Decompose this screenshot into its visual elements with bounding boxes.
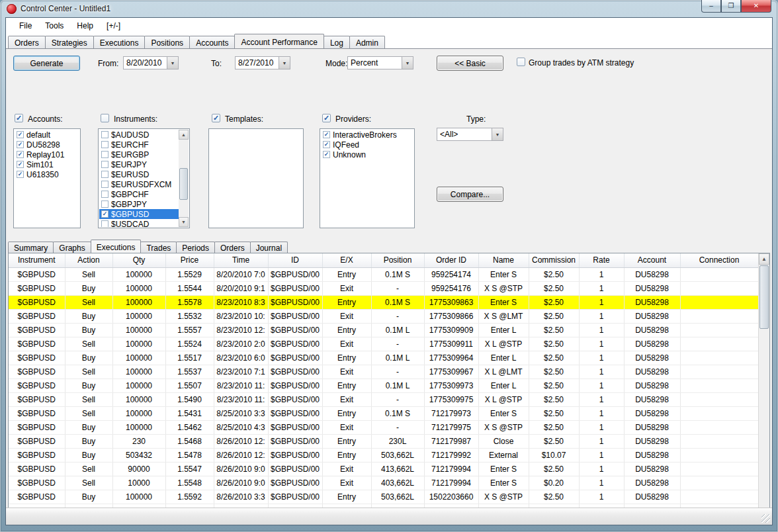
- item-checkbox[interactable]: [101, 181, 108, 188]
- basic-button[interactable]: << Basic: [437, 56, 503, 71]
- maximize-button[interactable]: ❐: [721, 0, 741, 13]
- item-checkbox[interactable]: ✓: [17, 151, 24, 158]
- table-row[interactable]: $GBPUSDBuy5034321.54788/26/2010 12:$GBPU…: [9, 448, 758, 462]
- instruments-scroll-thumb[interactable]: [179, 168, 188, 200]
- item-checkbox[interactable]: ✓: [323, 151, 330, 158]
- subtab-periods[interactable]: Periods: [176, 242, 215, 253]
- item-checkbox[interactable]: ✓: [17, 161, 24, 168]
- minimize-button[interactable]: –: [701, 0, 721, 13]
- item-checkbox[interactable]: [101, 141, 108, 148]
- subtab-orders[interactable]: Orders: [214, 242, 251, 253]
- item-checkbox[interactable]: ✓: [323, 131, 330, 138]
- table-row[interactable]: $GBPUSDBuy1000001.55578/23/2010 12:$GBPU…: [9, 323, 758, 337]
- list-item-replay101[interactable]: ✓Replay101: [15, 150, 79, 159]
- item-checkbox[interactable]: ✓: [17, 131, 24, 138]
- column-header-commission[interactable]: Commission: [529, 253, 579, 267]
- instruments-scrollbar[interactable]: ▲ ▼: [179, 130, 189, 227]
- list-item-eurusd[interactable]: $EURUSD: [99, 169, 179, 179]
- column-header-rate[interactable]: Rate: [579, 253, 624, 267]
- menu-item-file[interactable]: File: [13, 19, 38, 33]
- accounts-checkbox[interactable]: ✓: [15, 114, 23, 122]
- tab-account-performance[interactable]: Account Performance: [234, 34, 324, 48]
- column-header-e-x[interactable]: E/X: [322, 253, 371, 267]
- item-checkbox[interactable]: ✓: [17, 171, 24, 178]
- list-item-gbpchf[interactable]: $GBPCHF: [99, 189, 179, 199]
- instruments-scroll-down-icon[interactable]: ▼: [179, 217, 189, 227]
- column-header-position[interactable]: Position: [371, 253, 424, 267]
- list-item-iqfeed[interactable]: ✓IQFeed: [321, 140, 413, 150]
- subtab-journal[interactable]: Journal: [250, 242, 288, 253]
- accounts-list[interactable]: ✓default✓DU58298✓Replay101✓Sim101✓U61835…: [13, 128, 81, 228]
- table-row[interactable]: $GBPUSDSell100001.55488/26/2010 9:0$GBPU…: [9, 476, 758, 490]
- type-select[interactable]: <All> ▼: [437, 128, 503, 141]
- table-row[interactable]: $GBPUSDBuy1000001.55328/23/2010 10:$GBPU…: [9, 309, 758, 323]
- menu-item-help[interactable]: Help: [70, 19, 100, 33]
- table-row[interactable]: $GBPUSDSell1000001.55298/20/2010 7:0$GBP…: [9, 267, 758, 281]
- table-row[interactable]: $GBPUSDBuy2301.54688/26/2010 12:$GBPUSD/…: [9, 434, 758, 448]
- column-header-name[interactable]: Name: [478, 253, 529, 267]
- list-item-default[interactable]: ✓default: [15, 130, 79, 140]
- providers-checkbox[interactable]: ✓: [322, 114, 331, 122]
- table-row[interactable]: $GBPUSDBuy1000001.55928/26/2010 3:3$GBPU…: [9, 490, 758, 504]
- item-checkbox[interactable]: [101, 220, 108, 227]
- subtab-summary[interactable]: Summary: [8, 242, 54, 253]
- type-dropdown-icon[interactable]: ▼: [492, 128, 503, 140]
- tab-positions[interactable]: Positions: [144, 36, 190, 48]
- compare-button[interactable]: Compare...: [437, 187, 503, 202]
- from-date-picker[interactable]: 8/20/2010 ▼: [123, 56, 179, 69]
- close-button[interactable]: ✕: [741, 0, 771, 13]
- column-header-connection[interactable]: Connection: [680, 253, 758, 267]
- item-checkbox[interactable]: [101, 151, 108, 158]
- item-checkbox[interactable]: [101, 191, 108, 198]
- table-row[interactable]: $GBPUSDSell1000001.54318/25/2010 3:3$GBP…: [9, 406, 758, 420]
- tab-strategies[interactable]: Strategies: [45, 36, 94, 48]
- from-calendar-dropdown-icon[interactable]: ▼: [167, 57, 178, 69]
- table-row[interactable]: $GBPUSDSell900001.55478/26/2010 9:0$GBPU…: [9, 462, 758, 476]
- grid-scroll-up-icon[interactable]: ▲: [759, 253, 769, 265]
- item-checkbox[interactable]: [101, 200, 108, 208]
- column-header-instrument[interactable]: Instrument: [9, 253, 65, 267]
- to-calendar-dropdown-icon[interactable]: ▼: [279, 57, 290, 69]
- grid-vertical-scrollbar[interactable]: ▲ ▼: [758, 253, 769, 525]
- list-item-gbpusd[interactable]: ✓$GBPUSD: [99, 209, 179, 219]
- item-checkbox[interactable]: ✓: [17, 141, 24, 148]
- list-item-interactivebrokers[interactable]: ✓InteractiveBrokers: [321, 130, 413, 140]
- group-trades-checkbox[interactable]: [517, 58, 525, 66]
- list-item-eurjpy[interactable]: $EURJPY: [99, 159, 179, 169]
- item-checkbox[interactable]: [101, 131, 108, 138]
- list-item-eurchf[interactable]: $EURCHF: [99, 140, 179, 150]
- column-header-order-id[interactable]: Order ID: [424, 253, 478, 267]
- title-bar[interactable]: Control Center - Untitled1 – ❐ ✕: [0, 0, 778, 17]
- table-row[interactable]: $GBPUSDSell1000001.55788/23/2010 8:3$GBP…: [9, 295, 758, 309]
- table-row[interactable]: $GBPUSDBuy1000001.54628/25/2010 4:3$GBPU…: [9, 420, 758, 434]
- list-item-gbpjpy[interactable]: $GBPJPY: [99, 199, 179, 209]
- item-checkbox[interactable]: ✓: [101, 210, 108, 218]
- instruments-scroll-up-icon[interactable]: ▲: [179, 130, 189, 140]
- column-header-action[interactable]: Action: [65, 253, 112, 267]
- tab-orders[interactable]: Orders: [8, 36, 46, 48]
- menu-item-item[interactable]: [+/-]: [100, 19, 127, 33]
- item-checkbox[interactable]: [101, 171, 108, 178]
- templates-list[interactable]: [208, 128, 304, 228]
- grid-scroll-thumb[interactable]: [759, 265, 769, 329]
- column-header-price[interactable]: Price: [165, 253, 214, 267]
- column-header-account[interactable]: Account: [624, 253, 680, 267]
- subtab-trades[interactable]: Trades: [140, 242, 177, 253]
- providers-list[interactable]: ✓InteractiveBrokers✓IQFeed✓Unknown: [320, 128, 415, 228]
- instruments-list[interactable]: $AUDUSD$EURCHF$EURGBP$EURJPY$EURUSD$EURU…: [98, 128, 190, 228]
- list-item-eurgbp[interactable]: $EURGBP: [99, 150, 179, 159]
- mode-dropdown-icon[interactable]: ▼: [402, 57, 413, 69]
- list-item-du58298[interactable]: ✓DU58298: [15, 140, 79, 150]
- mode-select[interactable]: Percent ▼: [347, 56, 413, 69]
- tab-admin[interactable]: Admin: [349, 36, 385, 48]
- tab-log[interactable]: Log: [324, 36, 350, 48]
- templates-checkbox[interactable]: ✓: [212, 114, 220, 122]
- tab-accounts[interactable]: Accounts: [189, 36, 235, 48]
- list-item-unknown[interactable]: ✓Unknown: [321, 150, 413, 159]
- table-row[interactable]: $GBPUSDSell1000001.55378/23/2010 7:1$GBP…: [9, 365, 758, 378]
- list-item-u618350[interactable]: ✓U618350: [15, 169, 79, 179]
- table-row[interactable]: $GBPUSDSell1000001.54908/23/2010 11:$GBP…: [9, 392, 758, 406]
- subtab-executions[interactable]: Executions: [91, 240, 142, 253]
- table-row[interactable]: $GBPUSDBuy1000001.55078/23/2010 11:$GBPU…: [9, 378, 758, 392]
- column-header-id[interactable]: ID: [268, 253, 322, 267]
